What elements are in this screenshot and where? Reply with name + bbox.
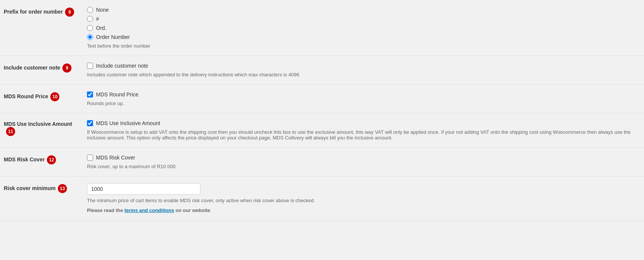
checkbox-item-mds-round-price[interactable]: MDS Round Price xyxy=(87,91,636,98)
hint-mds-risk-cover: Risk cover, up to a maximum of R10 000. xyxy=(87,164,636,169)
label-mds-round-price: MDS Round Price10 xyxy=(0,85,83,113)
badge-prefix-order-number: 8 xyxy=(65,8,74,17)
radio-input-none[interactable] xyxy=(87,7,93,13)
row-risk-cover-minimum: Risk cover minimum13The minimum price of… xyxy=(0,176,644,221)
radio-item-ord[interactable]: Ord. xyxy=(87,25,636,31)
row-mds-use-inclusive-amount: MDS Use Inclusive Amount11MDS Use Inclus… xyxy=(0,113,644,148)
checkbox-input-mds-round-price[interactable] xyxy=(87,91,93,98)
radio-label-ord: Ord. xyxy=(96,25,106,31)
badge-mds-use-inclusive-amount: 11 xyxy=(6,127,15,136)
label-include-customer-note: Include customer note9 xyxy=(0,56,83,85)
radio-item-none[interactable]: None xyxy=(87,7,636,13)
badge-risk-cover-minimum: 13 xyxy=(58,184,67,193)
radio-group-prefix-order-number: None#Ord.Order Number xyxy=(87,7,636,40)
value-cell-mds-risk-cover: MDS Risk CoverRisk cover, up to a maximu… xyxy=(83,148,644,176)
checkbox-label-include-customer-note: Include customer note xyxy=(96,63,148,69)
hint-include-customer-note: Includes customer note which appended to… xyxy=(87,72,636,77)
radio-input-ord[interactable] xyxy=(87,25,93,31)
hint-mds-round-price: Rounds price up. xyxy=(87,101,636,106)
label-text-mds-use-inclusive-amount: MDS Use Inclusive Amount xyxy=(4,121,72,127)
hint-prefix-order-number: Text before the order number xyxy=(87,43,636,49)
row-mds-round-price: MDS Round Price10MDS Round PriceRounds p… xyxy=(0,85,644,113)
checkbox-item-include-customer-note[interactable]: Include customer note xyxy=(87,63,636,69)
checkbox-input-include-customer-note[interactable] xyxy=(87,63,93,69)
label-text-risk-cover-minimum: Risk cover minimum xyxy=(4,185,56,191)
label-prefix-order-number: Prefix for order number8 xyxy=(0,0,83,56)
label-text-mds-round-price: MDS Round Price xyxy=(4,93,48,99)
checkbox-label-mds-use-inclusive-amount: MDS Use Inclusive Amount xyxy=(96,120,160,126)
radio-input-hash[interactable] xyxy=(87,16,93,22)
checkbox-label-mds-risk-cover: MDS Risk Cover xyxy=(96,155,135,161)
hint-mds-use-inclusive-amount: If Woocommerce is setup to add VAT onto … xyxy=(87,129,636,141)
row-include-customer-note: Include customer note9Include customer n… xyxy=(0,56,644,85)
value-cell-mds-round-price: MDS Round PriceRounds price up. xyxy=(83,85,644,113)
checkbox-item-mds-use-inclusive-amount[interactable]: MDS Use Inclusive Amount xyxy=(87,120,636,126)
terms-link[interactable]: terms and conditions xyxy=(124,207,174,213)
value-cell-include-customer-note: Include customer noteIncludes customer n… xyxy=(83,56,644,85)
checkbox-label-mds-round-price: MDS Round Price xyxy=(96,91,138,98)
label-text-include-customer-note: Include customer note xyxy=(4,65,60,71)
radio-item-hash[interactable]: # xyxy=(87,16,636,22)
label-mds-use-inclusive-amount: MDS Use Inclusive Amount11 xyxy=(0,113,83,148)
checkbox-item-mds-risk-cover[interactable]: MDS Risk Cover xyxy=(87,155,636,161)
hint2-risk-cover-minimum: Please read the terms and conditions on … xyxy=(87,207,636,214)
radio-label-none: None xyxy=(96,7,109,13)
label-risk-cover-minimum: Risk cover minimum13 xyxy=(0,176,83,221)
radio-item-order-number[interactable]: Order Number xyxy=(87,34,636,40)
badge-include-customer-note: 9 xyxy=(62,63,71,73)
checkbox-input-mds-use-inclusive-amount[interactable] xyxy=(87,120,93,126)
value-cell-risk-cover-minimum: The minimum price of cart items to enabl… xyxy=(83,176,644,221)
label-text-prefix-order-number: Prefix for order number xyxy=(4,9,63,15)
label-mds-risk-cover: MDS Risk Cover12 xyxy=(0,148,83,176)
row-mds-risk-cover: MDS Risk Cover12MDS Risk CoverRisk cover… xyxy=(0,148,644,176)
row-prefix-order-number: Prefix for order number8None#Ord.Order N… xyxy=(0,0,644,56)
badge-mds-round-price: 10 xyxy=(50,92,59,101)
label-text-mds-risk-cover: MDS Risk Cover xyxy=(4,156,45,162)
text-input-risk-cover-minimum[interactable] xyxy=(87,183,200,195)
value-cell-prefix-order-number: None#Ord.Order NumberText before the ord… xyxy=(83,0,644,56)
hint-risk-cover-minimum: The minimum price of cart items to enabl… xyxy=(87,197,636,204)
radio-label-order-number: Order Number xyxy=(96,34,130,40)
radio-input-order-number[interactable] xyxy=(87,34,93,40)
settings-table: Prefix for order number8None#Ord.Order N… xyxy=(0,0,644,221)
checkbox-input-mds-risk-cover[interactable] xyxy=(87,155,93,161)
badge-mds-risk-cover: 12 xyxy=(47,155,56,164)
value-cell-mds-use-inclusive-amount: MDS Use Inclusive AmountIf Woocommerce i… xyxy=(83,113,644,148)
radio-label-hash: # xyxy=(96,16,99,22)
